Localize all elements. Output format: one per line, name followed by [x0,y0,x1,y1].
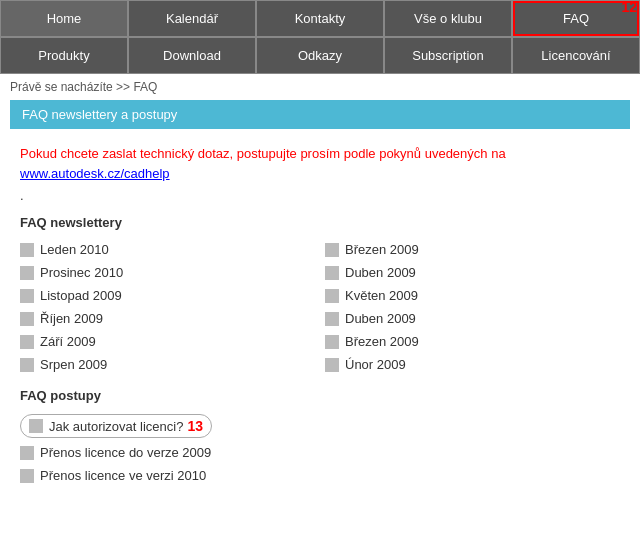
newsletter-item[interactable]: Říjen 2009 [15,307,320,330]
newsletter-item[interactable]: Září 2009 [15,330,320,353]
newsletters-section-title: FAQ newslettery [20,215,625,230]
postupy-item[interactable]: Přenos licence do verze 2009 [15,441,625,464]
page-icon [325,312,339,326]
newsletters-col2: Březen 2009Duben 2009Květen 2009Duben 20… [320,238,625,376]
postupy-list: Jak autorizovat licenci?13Přenos licence… [15,411,625,487]
section-header: FAQ newslettery a postupy [10,100,630,129]
notice-text-line: Pokud chcete zaslat technický dotaz, pos… [20,146,506,161]
page-icon [20,469,34,483]
nav-subscription[interactable]: Subscription [384,37,512,74]
nav-faq-label: FAQ [563,11,589,26]
page-icon [325,243,339,257]
page-icon [325,289,339,303]
top-navigation: Home Kalendář Kontakty Vše o klubu FAQ 1… [0,0,640,37]
page-icon [20,266,34,280]
newsletter-item[interactable]: Leden 2010 [15,238,320,261]
newsletter-item[interactable]: Srpen 2009 [15,353,320,376]
nav-odkazy[interactable]: Odkazy [256,37,384,74]
page-icon [325,358,339,372]
newsletter-item[interactable]: Listopad 2009 [15,284,320,307]
newsletters-grid: Leden 2010Prosinec 2010Listopad 2009Říje… [15,238,625,376]
page-icon [325,335,339,349]
newsletter-item[interactable]: Prosinec 2010 [15,261,320,284]
nav-faq[interactable]: FAQ 12 [512,0,640,37]
postupy-section-title: FAQ postupy [20,388,625,403]
nav-vse-o-klubu[interactable]: Vše o klubu [384,0,512,37]
postupy-item-label: Jak autorizovat licenci? [49,419,183,434]
breadcrumb: Právě se nacházíte >> FAQ [0,74,640,100]
postupy-item[interactable]: Přenos licence ve verzi 2010 [15,464,625,487]
nav-download[interactable]: Download [128,37,256,74]
notice-link[interactable]: www.autodesk.cz/cadhelp [20,166,170,181]
page-icon [20,358,34,372]
newsletter-item[interactable]: Duben 2009 [320,307,625,330]
newsletters-col1: Leden 2010Prosinec 2010Listopad 2009Říje… [15,238,320,376]
newsletter-item[interactable]: Březen 2009 [320,238,625,261]
newsletter-item[interactable]: Březen 2009 [320,330,625,353]
newsletter-item[interactable]: Únor 2009 [320,353,625,376]
bottom-navigation: Produkty Download Odkazy Subscription Li… [0,37,640,74]
page-icon [20,243,34,257]
nav-home[interactable]: Home [0,0,128,37]
notice-text: Pokud chcete zaslat technický dotaz, pos… [20,144,625,183]
nav-kontakty[interactable]: Kontakty [256,0,384,37]
page-icon [20,446,34,460]
newsletter-item[interactable]: Květen 2009 [320,284,625,307]
page-icon [325,266,339,280]
page-icon [29,419,43,433]
postupy-item-highlighted[interactable]: Jak autorizovat licenci?13 [20,414,212,438]
nav-faq-badge: 12 [621,0,637,15]
content-area: Pokud chcete zaslat technický dotaz, pos… [0,139,640,502]
postupy-badge: 13 [187,418,203,434]
page-icon [20,289,34,303]
page-icon [20,335,34,349]
nav-licencovani[interactable]: Licencování [512,37,640,74]
dot-spacer: . [20,188,625,203]
page-icon [20,312,34,326]
newsletter-item[interactable]: Duben 2009 [320,261,625,284]
nav-produkty[interactable]: Produkty [0,37,128,74]
nav-kalendar[interactable]: Kalendář [128,0,256,37]
